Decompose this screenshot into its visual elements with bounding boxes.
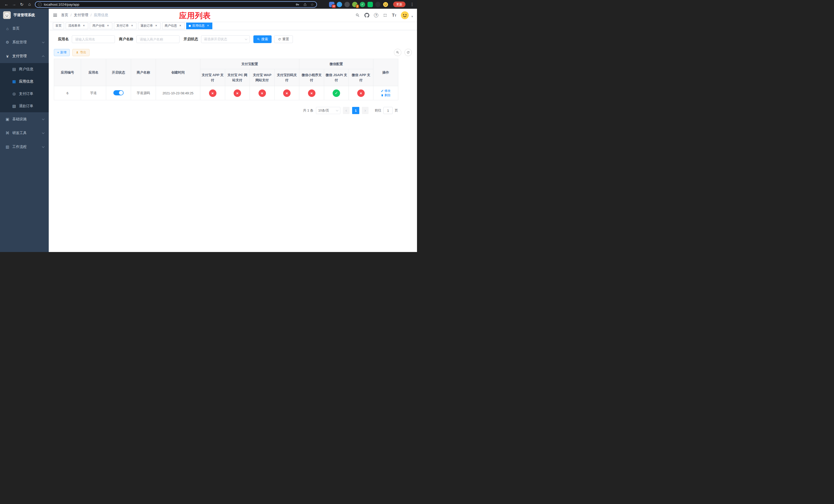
active-dot (189, 25, 191, 27)
cell-wechat-app: × (349, 86, 373, 100)
col-alipay-app: 支付宝 APP 支付 (200, 69, 225, 86)
pagination-next-button[interactable]: › (362, 107, 369, 114)
sidebar-item-devtools[interactable]: ⌘ 研发工具 (0, 126, 49, 140)
sidebar-subitem-merchant-info[interactable]: ▤ 商户信息 (0, 63, 49, 75)
hamburger-icon[interactable] (53, 13, 58, 18)
url-text[interactable]: localhost:1024/pay/app (44, 3, 294, 6)
tab-label: 支付订单 (116, 24, 129, 28)
col-wechat-app: 微信 APP 支付 (349, 69, 373, 86)
browser-update-button[interactable]: 更新 (393, 2, 405, 7)
sidebar-subitem-app-info[interactable]: ▦ 应用信息 (0, 75, 49, 88)
toggle-search-button[interactable] (394, 49, 401, 56)
extension-icon-2[interactable] (337, 2, 342, 7)
browser-menu-icon[interactable]: ⋮ (410, 2, 414, 7)
tab-refund-order[interactable]: 退款订单 × (138, 23, 160, 29)
tab-home[interactable]: 首页 (53, 23, 64, 29)
enabled-switch[interactable] (113, 90, 124, 95)
reset-button[interactable]: 重置 (274, 36, 293, 43)
extension-icon-4[interactable]: 1 (352, 2, 357, 7)
merchant-name-input[interactable] (136, 36, 179, 43)
sidebar-item-system[interactable]: ⚙ 系统管理 (0, 36, 49, 49)
sidebar: 芋道管理系统 ⌂ 首页 ⚙ 系统管理 ¥ 支付管理 ▤ 商户信息 (0, 9, 49, 252)
status-select[interactable]: 请选择开启状态 (201, 36, 250, 43)
profile-badge: 1 (356, 4, 359, 8)
extension-icon-3[interactable] (345, 2, 350, 7)
sidebar-item-infrastructure[interactable]: ▣ 基础设施 (0, 112, 49, 126)
page-size-select[interactable]: 10条/页 (316, 107, 340, 114)
avatar-caret-icon[interactable]: ▾ (411, 15, 413, 19)
export-button[interactable]: 导出 (72, 49, 89, 56)
address-bar[interactable]: i localhost:1024/pay/app ☆ (35, 1, 317, 8)
breadcrumb-payment[interactable]: 支付管理 (74, 13, 88, 18)
back-icon[interactable]: ← (3, 1, 10, 8)
navbar: 首页 / 支付管理 / 应用信息 应用列表 ? (49, 9, 417, 22)
tab-user-group[interactable]: 用户分组 × (90, 23, 112, 29)
extensions-row: 10 1 ✓ 更新 ⋮ (329, 2, 414, 7)
delete-label: 删除 (385, 93, 391, 97)
font-size-icon[interactable]: TT (392, 13, 396, 18)
cell-wechat-jsapi: ✓ (324, 86, 349, 100)
plus-icon: + (57, 51, 59, 54)
sidebar-subitem-pay-order[interactable]: ◎ 支付订单 (0, 88, 49, 100)
sidebar-item-home[interactable]: ⌂ 首页 (0, 22, 49, 36)
extension-icon-1[interactable]: 10 (329, 2, 334, 7)
delete-icon (381, 94, 384, 97)
forward-icon[interactable]: → (10, 1, 18, 8)
app-name-input[interactable] (72, 36, 115, 43)
close-icon[interactable]: × (206, 24, 210, 28)
extension-icon-5[interactable]: ✓ (360, 2, 365, 7)
status-select-placeholder: 请选择开启状态 (204, 37, 227, 42)
reload-icon[interactable]: ↻ (18, 1, 26, 8)
share-icon[interactable] (303, 3, 307, 6)
sidebar-submenu-payment: ▤ 商户信息 ▦ 应用信息 ◎ 支付订单 ▧ 退款订单 (0, 63, 49, 112)
search-button[interactable]: 搜索 (254, 36, 271, 43)
github-icon[interactable] (365, 13, 369, 18)
close-icon[interactable]: × (130, 24, 134, 28)
home-icon[interactable]: ⌂ (26, 1, 33, 8)
pagination-prev-button[interactable]: ‹ (343, 107, 350, 114)
bookmark-star-icon[interactable]: ☆ (311, 3, 314, 6)
sidebar-item-payment[interactable]: ¥ 支付管理 (0, 49, 49, 63)
table-toolbar: + 新增 导出 (54, 49, 412, 56)
site-info-icon[interactable]: i (38, 3, 42, 6)
cell-alipay-pc: × (225, 86, 250, 100)
tab-pay-order[interactable]: 支付订单 × (114, 23, 136, 29)
help-icon[interactable]: ? (374, 13, 378, 18)
screen: ← → ↻ ⌂ i localhost:1024/pay/app ☆ 10 (0, 0, 417, 252)
cell-merchant: 芋道源码 (131, 86, 156, 100)
add-button[interactable]: + 新增 (54, 49, 70, 56)
close-icon[interactable]: × (106, 24, 110, 28)
password-key-icon[interactable] (296, 3, 300, 6)
yen-icon: ¥ (5, 54, 10, 59)
sidebar-item-label: 首页 (12, 26, 20, 31)
col-wechat-mini: 微信小程序支付 (299, 69, 324, 86)
extension-icon-7[interactable] (375, 2, 380, 7)
fullscreen-icon[interactable] (383, 13, 387, 18)
refresh-button[interactable] (404, 49, 412, 56)
tab-app-info[interactable]: 应用信息 × (186, 23, 212, 29)
extension-icon-6[interactable] (368, 2, 373, 7)
search-icon[interactable] (355, 13, 360, 18)
add-button-label: 新增 (60, 50, 66, 54)
profile-avatar[interactable] (383, 2, 388, 7)
breadcrumb-home[interactable]: 首页 (61, 13, 68, 18)
tab-merchant-info[interactable]: 商户信息 × (162, 23, 185, 29)
gear-icon: ⚙ (5, 40, 10, 45)
page-number-1[interactable]: 1 (352, 107, 359, 114)
chevron-down-icon (42, 145, 45, 148)
cell-actions: 修改 删除 (373, 86, 398, 100)
sidebar-item-label: 支付管理 (12, 54, 27, 59)
chevron-down-icon (42, 118, 45, 120)
tab-flow-form[interactable]: 流程表单 × (66, 23, 88, 29)
user-avatar[interactable] (401, 11, 409, 19)
close-icon[interactable]: × (178, 24, 182, 28)
extension-badge: 10 (332, 4, 336, 8)
delete-link[interactable]: 删除 (381, 93, 391, 97)
close-icon[interactable]: × (154, 24, 158, 28)
sidebar-item-workflow[interactable]: ▥ 工作流程 (0, 140, 49, 154)
sidebar-subitem-refund-order[interactable]: ▧ 退款订单 (0, 100, 49, 112)
edit-link[interactable]: 修改 (381, 89, 391, 93)
goto-page-input[interactable] (383, 107, 393, 114)
export-button-label: 导出 (80, 50, 86, 54)
close-icon[interactable]: × (82, 24, 86, 28)
